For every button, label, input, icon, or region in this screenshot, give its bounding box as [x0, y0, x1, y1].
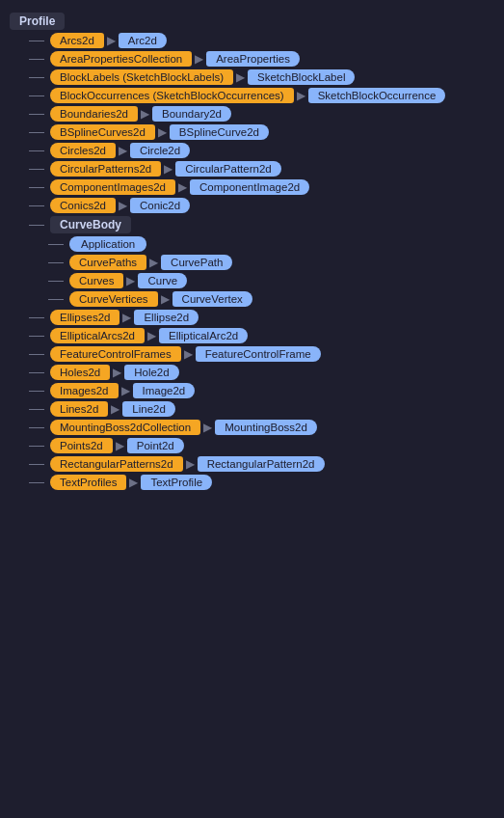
- connector-icon: [29, 464, 46, 465]
- tag-orange[interactable]: MountingBoss2dCollection: [50, 420, 200, 435]
- tag-orange[interactable]: RectangularPatterns2d: [50, 456, 183, 472]
- tree-container: Profile Arcs2d ▶ Arc2d AreaPropertiesCol…: [0, 0, 504, 503]
- arrow-icon: ▶: [111, 402, 119, 416]
- connector-icon: [29, 41, 46, 41]
- list-item: CurveBody: [29, 216, 494, 233]
- tag-orange[interactable]: CurvePaths: [69, 255, 146, 270]
- tag-orange[interactable]: CurveVertices: [69, 291, 158, 307]
- arrow-icon: ▶: [161, 292, 170, 306]
- arrow-icon: ▶: [113, 366, 121, 379]
- arrow-icon: ▶: [203, 421, 212, 434]
- tag-blue[interactable]: BSplineCurve2d: [170, 124, 269, 140]
- tag-orange[interactable]: Conics2d: [50, 198, 116, 213]
- connector-icon: [48, 244, 66, 245]
- connector-icon: [29, 391, 46, 392]
- tag-blue[interactable]: FeatureControlFrame: [196, 346, 321, 362]
- tag-blue[interactable]: SketchBlockLabel: [248, 69, 355, 85]
- tag-orange[interactable]: TextProfiles: [50, 475, 126, 490]
- connector-icon: [29, 59, 46, 60]
- tag-blue[interactable]: Image2d: [133, 383, 196, 398]
- arrow-icon: ▶: [297, 89, 305, 102]
- list-item: Conics2d ▶ Conic2d: [29, 198, 494, 213]
- tag-orange[interactable]: BlockOccurrences (SketchBlockOccurrences…: [50, 88, 294, 103]
- curvebody-label[interactable]: CurveBody: [50, 216, 131, 233]
- tag-orange[interactable]: Ellipses2d: [50, 310, 119, 325]
- connector-icon: [29, 354, 46, 355]
- list-item: CurvePaths ▶ CurvePath: [48, 255, 494, 270]
- tag-blue[interactable]: Circle2d: [130, 143, 190, 158]
- connector-icon: [48, 262, 66, 263]
- node-pair: BlockLabels (SketchBlockLabels) ▶ Sketch…: [50, 69, 355, 85]
- list-item: FeatureControlFrames ▶ FeatureControlFra…: [29, 346, 494, 362]
- node-pair: Points2d ▶ Point2d: [50, 438, 184, 453]
- list-item: BlockLabels (SketchBlockLabels) ▶ Sketch…: [29, 69, 494, 85]
- arrow-icon: ▶: [184, 347, 193, 361]
- tag-orange[interactable]: Points2d: [50, 438, 113, 453]
- tag-blue[interactable]: CurvePath: [161, 255, 232, 270]
- tag-blue[interactable]: Hole2d: [124, 365, 178, 380]
- tag-orange[interactable]: BSplineCurves2d: [50, 124, 155, 140]
- tag-blue[interactable]: Conic2d: [130, 198, 190, 213]
- arrow-icon: ▶: [121, 384, 130, 397]
- tag-orange[interactable]: Holes2d: [50, 365, 110, 380]
- connector-icon: [29, 336, 46, 337]
- tag-blue[interactable]: CircularPattern2d: [175, 161, 280, 177]
- connector-icon: [29, 427, 46, 428]
- tag-blue[interactable]: Line2d: [122, 401, 175, 417]
- tag-orange[interactable]: ComponentImages2d: [50, 179, 175, 195]
- tag-blue[interactable]: SketchBlockOccurrence: [308, 88, 446, 103]
- tag-blue[interactable]: CurveVertex: [172, 291, 252, 307]
- arrow-icon: ▶: [147, 329, 156, 342]
- arrow-icon: ▶: [149, 256, 158, 269]
- list-item: BlockOccurrences (SketchBlockOccurrences…: [29, 88, 494, 103]
- node-pair: Curves ▶ Curve: [69, 273, 187, 288]
- tag-blue[interactable]: AreaProperties: [206, 51, 300, 67]
- tag-orange[interactable]: FeatureControlFrames: [50, 346, 181, 362]
- list-item: AreaPropertiesCollection ▶ AreaPropertie…: [29, 51, 494, 67]
- node-pair: BlockOccurrences (SketchBlockOccurrences…: [50, 88, 445, 103]
- tag-orange[interactable]: CircularPatterns2d: [50, 161, 161, 177]
- arrow-icon: ▶: [129, 476, 138, 489]
- tag-blue[interactable]: Point2d: [127, 438, 184, 453]
- connector-icon: [29, 169, 46, 170]
- arrow-icon: ▶: [126, 274, 135, 287]
- tag-blue-standalone[interactable]: Application: [69, 236, 146, 252]
- node-pair: Circles2d ▶ Circle2d: [50, 143, 190, 158]
- arrow-icon: ▶: [119, 144, 127, 157]
- tag-blue[interactable]: Arc2d: [119, 33, 167, 48]
- tag-blue[interactable]: TextProfile: [141, 475, 212, 490]
- arrow-icon: ▶: [116, 439, 124, 452]
- tag-blue[interactable]: Ellipse2d: [134, 310, 199, 325]
- list-item: Boundaries2d ▶ Boundary2d: [29, 106, 494, 122]
- node-pair: RectangularPatterns2d ▶ RectangularPatte…: [50, 456, 325, 472]
- arrow-icon: ▶: [164, 162, 172, 176]
- arrow-icon: ▶: [107, 34, 116, 47]
- connector-icon: [29, 77, 46, 78]
- tag-orange[interactable]: Arcs2d: [50, 33, 104, 48]
- tag-orange[interactable]: BlockLabels (SketchBlockLabels): [50, 69, 233, 85]
- tag-orange[interactable]: EllipticalArcs2d: [50, 328, 145, 343]
- connector-icon: [29, 482, 46, 483]
- node-pair: Boundaries2d ▶ Boundary2d: [50, 106, 231, 122]
- tag-orange[interactable]: Boundaries2d: [50, 106, 138, 122]
- node-pair: CurvePaths ▶ CurvePath: [69, 255, 232, 270]
- tag-blue[interactable]: RectangularPattern2d: [198, 456, 325, 472]
- connector-icon: [29, 317, 46, 318]
- tag-orange[interactable]: AreaPropertiesCollection: [50, 51, 192, 67]
- tag-blue[interactable]: Boundary2d: [152, 106, 231, 122]
- tag-blue[interactable]: EllipticalArc2d: [159, 328, 248, 343]
- node-pair: Lines2d ▶ Line2d: [50, 401, 175, 417]
- tag-orange[interactable]: Circles2d: [50, 143, 116, 158]
- tag-orange[interactable]: Images2d: [50, 383, 119, 398]
- tag-blue[interactable]: ComponentImage2d: [190, 179, 309, 195]
- arrow-icon: ▶: [236, 70, 245, 84]
- node-pair: EllipticalArcs2d ▶ EllipticalArc2d: [50, 328, 248, 343]
- connector-icon: [29, 225, 46, 226]
- tag-orange[interactable]: Lines2d: [50, 401, 108, 417]
- tag-blue[interactable]: Curve: [138, 273, 187, 288]
- node-pair: Arcs2d ▶ Arc2d: [50, 33, 167, 48]
- tag-orange[interactable]: Curves: [69, 273, 123, 288]
- node-pair: CurveVertices ▶ CurveVertex: [69, 291, 252, 307]
- connector-icon: [29, 187, 46, 188]
- tag-blue[interactable]: MountingBoss2d: [215, 420, 317, 435]
